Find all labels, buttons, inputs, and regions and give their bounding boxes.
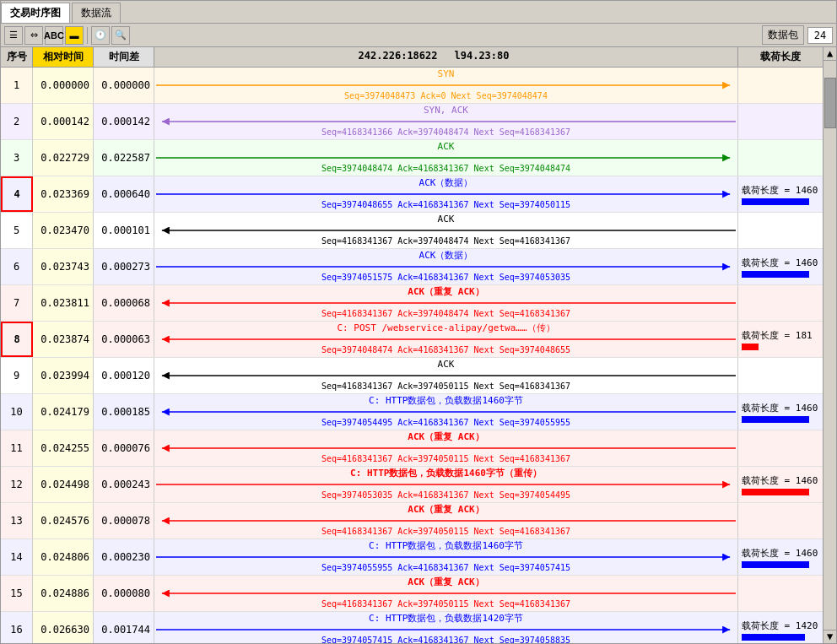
row-payload: 载荷长度 = 1460 bbox=[738, 467, 823, 502]
table-row[interactable]: 20.0001420.000142SYN, ACKSeq=4168341366 … bbox=[1, 104, 823, 140]
row-payload bbox=[738, 104, 823, 139]
table-row[interactable]: 100.0241790.000185C: HTTP数据包，负载数据1460字节S… bbox=[1, 394, 823, 430]
row-reltime: 0.000142 bbox=[33, 104, 94, 139]
row-timediff: 0.022587 bbox=[94, 140, 154, 176]
row-reltime: 0.022729 bbox=[33, 140, 94, 176]
row-reltime: 0.026630 bbox=[33, 612, 94, 643]
toolbar-right: 数据包 24 bbox=[762, 25, 833, 45]
row-timediff: 0.000243 bbox=[94, 467, 154, 502]
table-row[interactable]: 30.0227290.022587ACKSeq=3974048474 Ack=4… bbox=[1, 140, 823, 176]
row-reltime: 0.024255 bbox=[33, 430, 94, 466]
row-seq: 6 bbox=[1, 249, 33, 284]
toolbar-clock-btn[interactable]: 🕐 bbox=[91, 26, 110, 45]
row-seq: 1 bbox=[1, 68, 33, 103]
payload-bar bbox=[742, 416, 809, 423]
row-payload bbox=[738, 68, 823, 103]
table-row[interactable]: 60.0237430.000273ACK（数据）Seq=3974051575 A… bbox=[1, 249, 823, 285]
row-payload bbox=[738, 576, 823, 611]
table-row[interactable]: 40.0233690.000640ACK（数据）Seq=3974048655 A… bbox=[1, 176, 823, 213]
row-reltime: 0.024498 bbox=[33, 467, 94, 502]
table-row[interactable]: 130.0245760.000078ACK（重复 ACK）Seq=4168341… bbox=[1, 503, 823, 539]
row-timediff: 0.000273 bbox=[94, 249, 154, 284]
table-row[interactable]: 10.0000000.000000SYNSeq=3974048473 Ack=0… bbox=[1, 68, 823, 104]
row-flow: ACK（重复 ACK）Seq=4168341367 Ack=3974050115… bbox=[154, 576, 738, 611]
row-flow: ACKSeq=4168341367 Ack=3974050115 Next Se… bbox=[154, 358, 738, 393]
row-timediff: 0.000076 bbox=[94, 430, 154, 466]
toolbar-separator bbox=[87, 27, 88, 44]
table-row[interactable]: 150.0248860.000080ACK（重复 ACK）Seq=4168341… bbox=[1, 576, 823, 612]
table-row[interactable]: 70.0238110.000068ACK（重复 ACK）Seq=41683413… bbox=[1, 285, 823, 322]
row-flow: C: HTTP数据包，负载数据1460字节（重传）Seq=3974053035 … bbox=[154, 467, 738, 502]
payload-text: 载荷长度 = 1460 bbox=[742, 257, 818, 269]
row-reltime: 0.024886 bbox=[33, 576, 94, 611]
tab-sequence[interactable]: 交易时序图 bbox=[1, 3, 70, 23]
row-timediff: 0.000063 bbox=[94, 322, 154, 357]
row-reltime: 0.023994 bbox=[33, 358, 94, 393]
row-reltime: 0.023743 bbox=[33, 249, 94, 284]
payload-text: 载荷长度 = 1460 bbox=[742, 474, 818, 487]
row-timediff: 0.000101 bbox=[94, 213, 154, 248]
table-container: 序号 相对时间 时间差 242.226:18622 l94.23:80 载荷长度… bbox=[1, 47, 823, 643]
row-payload: 载荷长度 = 181 bbox=[738, 322, 823, 357]
payload-text: 载荷长度 = 1460 bbox=[742, 184, 818, 197]
row-flow: SYNSeq=3974048473 Ack=0 Next Seq=3974048… bbox=[154, 68, 738, 103]
row-timediff: 0.000078 bbox=[94, 503, 154, 538]
toolbar-data-btn[interactable]: ABC bbox=[45, 26, 63, 45]
data-pkg-label: 数据包 bbox=[762, 25, 804, 45]
row-seq: 9 bbox=[1, 358, 33, 393]
table-row[interactable]: 110.0242550.000076ACK（重复 ACK）Seq=4168341… bbox=[1, 430, 823, 467]
tab-bar: 交易时序图 数据流 bbox=[1, 1, 836, 24]
scrollbar[interactable]: ▲ ▼ bbox=[823, 47, 836, 643]
toolbar: ☰ ⇔ ABC ▬ 🕐 🔍 数据包 24 bbox=[1, 24, 836, 47]
row-flow: ACKSeq=4168341367 Ack=3974048474 Next Se… bbox=[154, 213, 738, 248]
row-timediff: 0.000640 bbox=[94, 176, 154, 212]
row-reltime: 0.023811 bbox=[33, 285, 94, 321]
row-payload bbox=[738, 358, 823, 393]
row-seq: 13 bbox=[1, 503, 33, 538]
table-row[interactable]: 50.0234700.000101ACKSeq=4168341367 Ack=3… bbox=[1, 213, 823, 249]
table-row[interactable]: 160.0266300.001744C: HTTP数据包，负载数据1420字节S… bbox=[1, 612, 823, 643]
row-reltime: 0.024576 bbox=[33, 503, 94, 538]
row-timediff: 0.000080 bbox=[94, 576, 154, 611]
row-payload: 载荷长度 = 1460 bbox=[738, 539, 823, 575]
payload-bar bbox=[742, 198, 809, 205]
table-body[interactable]: 10.0000000.000000SYNSeq=3974048473 Ack=0… bbox=[1, 68, 823, 643]
main-window: 交易时序图 数据流 ☰ ⇔ ABC ▬ 🕐 🔍 数据包 24 序号 相对时间 时… bbox=[0, 0, 837, 644]
row-payload bbox=[738, 213, 823, 248]
header-flow: 242.226:18622 l94.23:80 bbox=[154, 47, 738, 67]
row-flow: C: HTTP数据包，负载数据1460字节Seq=3974055955 Ack=… bbox=[154, 539, 738, 575]
header-right-host: l94.23:80 bbox=[446, 50, 735, 62]
row-reltime: 0.023369 bbox=[33, 176, 94, 212]
row-seq: 2 bbox=[1, 104, 33, 139]
row-flow: C: HTTP数据包，负载数据1460字节Seq=3974054495 Ack=… bbox=[154, 394, 738, 430]
row-timediff: 0.000120 bbox=[94, 358, 154, 393]
row-payload: 载荷长度 = 1460 bbox=[738, 176, 823, 212]
scroll-up-btn[interactable]: ▲ bbox=[824, 47, 837, 61]
row-payload bbox=[738, 140, 823, 176]
row-seq: 10 bbox=[1, 394, 33, 430]
row-payload bbox=[738, 503, 823, 538]
row-timediff: 0.001744 bbox=[94, 612, 154, 643]
tab-dataflow[interactable]: 数据流 bbox=[72, 3, 121, 23]
row-reltime: 0.000000 bbox=[33, 68, 94, 103]
scrollbar-thumb[interactable] bbox=[824, 78, 836, 128]
table-row[interactable]: 80.0238740.000063C: POST /webservice-ali… bbox=[1, 322, 823, 358]
row-timediff: 0.000068 bbox=[94, 285, 154, 321]
table-row[interactable]: 90.0239940.000120ACKSeq=4168341367 Ack=3… bbox=[1, 358, 823, 394]
table-row[interactable]: 120.0244980.000243C: HTTP数据包，负载数据1460字节（… bbox=[1, 467, 823, 503]
row-timediff: 0.000000 bbox=[94, 68, 154, 103]
payload-text: 载荷长度 = 1460 bbox=[742, 402, 818, 414]
row-seq: 14 bbox=[1, 539, 33, 575]
row-flow: ACKSeq=3974048474 Ack=4168341367 Next Se… bbox=[154, 140, 738, 176]
scroll-down-btn[interactable]: ▼ bbox=[824, 630, 837, 643]
row-flow: ACK（数据）Seq=3974051575 Ack=4168341367 Nex… bbox=[154, 249, 738, 284]
row-payload: 载荷长度 = 1460 bbox=[738, 394, 823, 430]
table-row[interactable]: 140.0248060.000230C: HTTP数据包，负载数据1460字节S… bbox=[1, 539, 823, 576]
row-payload: 载荷长度 = 1420 bbox=[738, 612, 823, 643]
toolbar-highlight-btn[interactable]: ▬ bbox=[65, 26, 84, 45]
toolbar-filter-btn[interactable]: ⇔ bbox=[24, 26, 43, 45]
toolbar-search-btn[interactable]: 🔍 bbox=[111, 26, 130, 45]
row-seq: 4 bbox=[1, 176, 33, 212]
row-seq: 11 bbox=[1, 430, 33, 466]
toolbar-list-btn[interactable]: ☰ bbox=[4, 26, 23, 45]
